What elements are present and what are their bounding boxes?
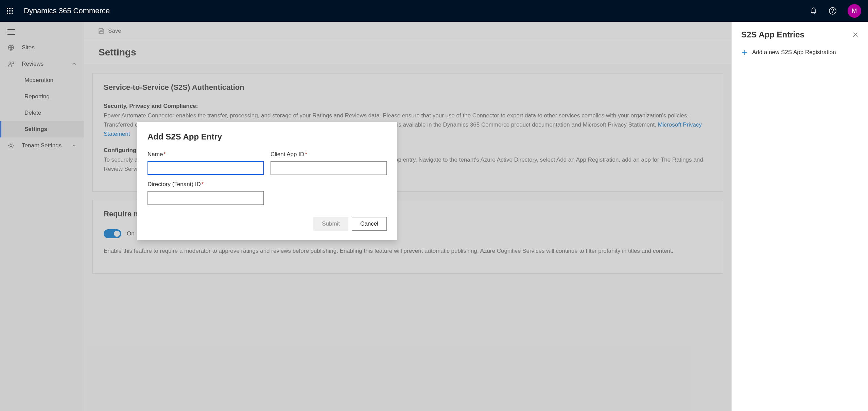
add-s2s-registration-link[interactable]: Add a new S2S App Registration: [741, 48, 858, 57]
form-grid: Name* Client App ID* Directory (Tenant) …: [147, 151, 387, 205]
name-field-group: Name*: [147, 151, 264, 175]
avatar[interactable]: M: [848, 4, 861, 18]
add-s2s-entry-modal: Add S2S App Entry Name* Client App ID* D…: [137, 122, 397, 240]
help-icon[interactable]: [829, 7, 837, 15]
panel-title: S2S App Entries: [741, 30, 804, 39]
app-launcher-icon[interactable]: [7, 8, 13, 14]
directory-tenant-id-input[interactable]: [147, 191, 264, 205]
plus-icon: [741, 49, 747, 55]
tenant-id-field-group: Directory (Tenant) ID*: [147, 181, 264, 205]
close-icon[interactable]: [852, 32, 858, 38]
client-id-field-group: Client App ID*: [271, 151, 387, 175]
notifications-icon[interactable]: [810, 7, 818, 15]
top-header: Dynamics 365 Commerce M: [0, 0, 868, 22]
panel-header: S2S App Entries: [741, 30, 858, 39]
svg-point-1: [833, 13, 833, 13]
cancel-button[interactable]: Cancel: [352, 217, 387, 231]
client-id-label: Client App ID*: [271, 151, 387, 158]
app-title: Dynamics 365 Commerce: [24, 6, 110, 15]
header-right: M: [810, 4, 861, 18]
submit-button[interactable]: Submit: [313, 217, 348, 231]
name-input[interactable]: [147, 161, 264, 175]
name-label: Name*: [147, 151, 264, 158]
client-app-id-input[interactable]: [271, 161, 387, 175]
add-link-label: Add a new S2S App Registration: [752, 49, 836, 56]
header-left: Dynamics 365 Commerce: [7, 6, 110, 15]
right-panel: S2S App Entries Add a new S2S App Regist…: [731, 22, 868, 411]
modal-title: Add S2S App Entry: [147, 132, 387, 142]
tenant-id-label: Directory (Tenant) ID*: [147, 181, 264, 188]
modal-buttons: Submit Cancel: [147, 217, 387, 231]
